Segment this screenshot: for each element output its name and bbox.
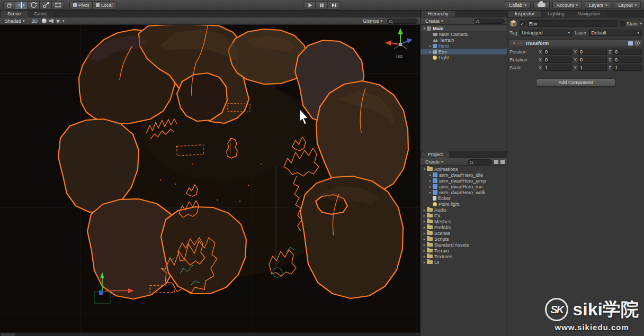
project-item-animations[interactable]: ▾Animations	[421, 166, 507, 172]
help-book-icon[interactable]	[628, 41, 633, 46]
expand-arrow-icon[interactable]: ▸	[428, 50, 433, 54]
scene-search-input[interactable]	[387, 19, 418, 24]
tab-hierarchy[interactable]: Hierarchy	[422, 11, 455, 17]
2d-toggle[interactable]: 2D	[30, 19, 40, 24]
hierarchy-item-env[interactable]: ▸Env	[421, 49, 507, 55]
local-button[interactable]: Local	[93, 1, 117, 10]
project-item-standard-assets[interactable]: ▸Standard Assets	[421, 242, 507, 248]
project-item-anm-dwarfhero-walk[interactable]: ▸anm_dwarfHero_walk	[421, 189, 507, 195]
expand-arrow-icon[interactable]: ▸	[428, 179, 433, 183]
step-button[interactable]	[328, 1, 341, 10]
rotate-tool-button[interactable]	[28, 1, 40, 10]
tab-scene[interactable]: Scene	[1, 11, 28, 17]
expand-arrow-icon[interactable]: ▸	[422, 225, 427, 230]
tab-game[interactable]: Game	[28, 11, 54, 17]
project-item-flicker[interactable]: flicker	[421, 195, 507, 201]
collapse-arrow-icon[interactable]: ▾	[422, 26, 427, 31]
project-create-dropdown[interactable]: Create▾	[423, 159, 446, 165]
project-item-terrain[interactable]: ▸Terrain	[421, 248, 507, 253]
static-checkbox[interactable]	[620, 21, 625, 26]
expand-arrow-icon[interactable]: ▸	[422, 220, 427, 224]
hierarchy-item-main-camera[interactable]: Main Camera	[421, 31, 507, 37]
tab-navigation[interactable]: Navigation	[571, 11, 607, 17]
active-checkbox[interactable]: ✓	[520, 21, 525, 26]
rotation-y-input[interactable]	[578, 57, 607, 63]
hierarchy-item-terrain[interactable]: Terrain	[421, 37, 507, 43]
transform-component-header[interactable]: ▾ Transform	[509, 39, 642, 47]
play-button[interactable]	[304, 1, 316, 10]
project-item-scripts[interactable]: ▸Scripts	[421, 236, 507, 242]
project-item-anm-dwarfhero-run[interactable]: ▸anm_dwarfHero_run	[421, 184, 507, 189]
expand-arrow-icon[interactable]: ▸	[428, 190, 433, 195]
tab-lighting[interactable]: Lighting	[541, 11, 571, 17]
hierarchy-search-input[interactable]	[474, 19, 505, 24]
scale-z-input[interactable]	[613, 65, 642, 71]
project-item-audio[interactable]: ▸Audio	[421, 207, 507, 213]
tab-project[interactable]: Project	[422, 151, 449, 158]
tab-inspector[interactable]: Inspector	[508, 11, 541, 17]
project-item-ui[interactable]: ▸UI	[421, 259, 507, 265]
console-status-bar[interactable]	[0, 332, 420, 336]
layout-dropdown[interactable]: Layout▾	[614, 1, 641, 9]
account-dropdown[interactable]: Account▾	[552, 1, 582, 9]
shading-mode-dropdown[interactable]: Shaded▾	[2, 18, 28, 24]
collapse-arrow-icon[interactable]: ▾	[512, 41, 516, 46]
expand-arrow-icon[interactable]: ▸	[422, 214, 427, 218]
expand-arrow-icon[interactable]: ▸	[422, 208, 427, 212]
scene-effects-toggle-icon[interactable]	[56, 19, 60, 23]
project-item-textures[interactable]: ▸Textures	[421, 253, 507, 259]
scene-audio-toggle-icon[interactable]	[49, 19, 53, 23]
gear-icon[interactable]	[635, 41, 640, 46]
scale-tool-button[interactable]	[40, 1, 52, 10]
project-item-meshes[interactable]: ▸Meshes	[421, 219, 507, 224]
project-item-prefabs[interactable]: ▸Prefabs	[421, 224, 507, 230]
expand-arrow-icon[interactable]: ▸	[428, 185, 433, 189]
lock-icon[interactable]	[494, 160, 498, 164]
expand-arrow-icon[interactable]: ▸	[422, 255, 427, 259]
scene-viewport[interactable]: Iso	[0, 25, 420, 332]
hierarchy-item-light[interactable]: Light	[421, 55, 507, 60]
position-z-input[interactable]	[613, 49, 642, 55]
expand-arrow-icon[interactable]: ▸	[428, 44, 433, 48]
hierarchy-item-hero[interactable]: ▸Hero	[421, 43, 507, 49]
project-item-fx[interactable]: ▸FX	[421, 213, 507, 219]
rotation-x-input[interactable]	[543, 57, 572, 63]
scale-y-input[interactable]	[578, 65, 607, 71]
move-tool-button[interactable]	[15, 1, 28, 10]
project-item-anm-dwarfhero-jump[interactable]: ▸anm_dwarfHero_jump	[421, 178, 507, 184]
project-search-input[interactable]	[468, 159, 492, 165]
chevron-down-icon[interactable]: ▾	[62, 19, 65, 23]
expand-arrow-icon[interactable]: ▸	[428, 173, 433, 177]
add-component-button[interactable]: Add Component	[536, 78, 615, 87]
pivot-button[interactable]: Pivot	[69, 1, 93, 10]
position-x-input[interactable]	[543, 49, 572, 55]
hierarchy-create-dropdown[interactable]: Create▾	[423, 18, 446, 24]
expand-arrow-icon[interactable]: ▸	[422, 237, 427, 241]
collapse-arrow-icon[interactable]: ▾	[422, 167, 427, 171]
layer-dropdown[interactable]: Default▾	[589, 30, 642, 36]
project-item-anm-dwarfhero-idle[interactable]: ▸anm_dwarfHero_idle	[421, 172, 507, 178]
project-item-point-light[interactable]: Point light	[421, 201, 507, 207]
expand-arrow-icon[interactable]: ▸	[422, 231, 427, 235]
hand-tool-button[interactable]	[3, 1, 15, 10]
rect-tool-button[interactable]	[52, 1, 64, 10]
expand-arrow-icon[interactable]: ▸	[422, 260, 427, 265]
scene-lighting-toggle-icon[interactable]	[42, 19, 47, 23]
gameobject-name-input[interactable]	[527, 20, 618, 27]
expand-arrow-icon[interactable]: ▸	[422, 249, 427, 253]
status-tab[interactable]	[1, 333, 15, 336]
chevron-down-icon[interactable]: ▾	[640, 22, 642, 26]
project-item-scenes[interactable]: ▸Scenes	[421, 230, 507, 236]
hierarchy-item-main[interactable]: ▾Main	[421, 25, 507, 31]
scale-x-input[interactable]	[543, 65, 572, 71]
cloud-button[interactable]	[533, 1, 550, 9]
collab-dropdown[interactable]: Collab▾	[505, 1, 531, 9]
tag-dropdown[interactable]: Untagged▾	[520, 30, 573, 36]
iso-perspective-label[interactable]: Iso	[396, 53, 402, 59]
position-y-input[interactable]	[578, 49, 607, 55]
layers-dropdown[interactable]: Layers▾	[585, 1, 612, 9]
scene-viewport-canvas[interactable]: Iso	[0, 25, 420, 332]
gizmos-dropdown[interactable]: Gizmos▾	[360, 18, 385, 24]
pause-button[interactable]	[316, 1, 328, 10]
rotation-z-input[interactable]	[613, 57, 642, 63]
